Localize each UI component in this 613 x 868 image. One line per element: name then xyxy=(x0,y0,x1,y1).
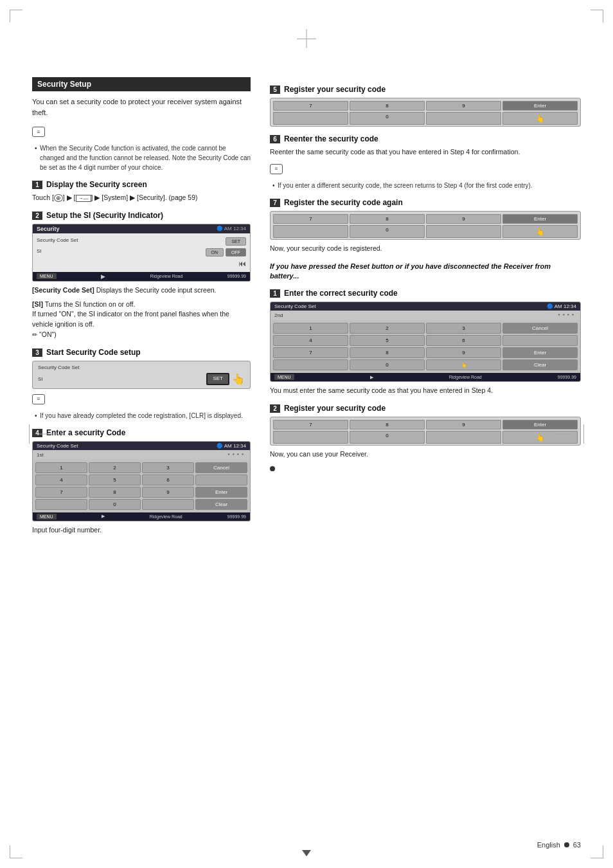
s7-key-7[interactable]: 7 xyxy=(273,214,348,224)
reset-road: Ridgeview Road xyxy=(449,375,482,379)
step4-entry: **** xyxy=(228,452,246,458)
step2-desc1-key: [Security Code Set] xyxy=(32,286,94,294)
note-bullet-3: If you have already completed the code r… xyxy=(35,411,251,420)
step2-screen-topbar: Security 🔵 AM 12:34 xyxy=(33,224,250,233)
page-number: 63 xyxy=(573,841,581,849)
note-bullet-1: When the Security Code function is activ… xyxy=(35,143,251,172)
reset-step2-header: 2 Register your security code xyxy=(270,404,581,413)
reset-tab: 2nd xyxy=(274,312,283,318)
step3-set-btn[interactable]: SET xyxy=(206,373,229,385)
step2-on-btn[interactable]: ON xyxy=(206,248,224,257)
s5-key-8[interactable]: 8 xyxy=(350,101,425,111)
s7-key-0[interactable]: 0 xyxy=(350,225,425,238)
reset-step1-keypad: Security Code Set 🔵 AM 12:34 2nd **** 1 … xyxy=(270,302,581,382)
rkey-1[interactable]: 1 xyxy=(273,323,348,334)
rs2-key-7[interactable]: 7 xyxy=(273,420,348,429)
reset-title-bar: 2nd **** xyxy=(271,311,580,320)
rkey-space1 xyxy=(502,335,578,346)
step7-content: Now, your security code is registered. xyxy=(270,244,581,254)
key-1[interactable]: 1 xyxy=(35,462,87,473)
key-space1 xyxy=(195,475,247,485)
rkey-enter[interactable]: Enter xyxy=(502,347,578,358)
note-icon-6: ≡ xyxy=(270,164,283,174)
reset-menu-btn[interactable]: MENU xyxy=(274,374,294,380)
key-7[interactable]: 7 xyxy=(35,487,87,498)
s5-key-enter[interactable]: Enter xyxy=(502,101,578,111)
s5-key-7[interactable]: 7 xyxy=(273,101,348,111)
s5-key-space xyxy=(273,112,348,125)
s5-key-9[interactable]: 9 xyxy=(426,101,501,111)
step1-num: 1 xyxy=(32,181,42,189)
reset-step2-grid: 7 8 9 Enter 0 👆 xyxy=(271,417,580,445)
key-space2 xyxy=(35,499,87,510)
step2-screen-time: 🔵 AM 12:34 xyxy=(217,226,246,231)
note-block-3: If you have already completed the code r… xyxy=(32,411,251,420)
s5-touch: 👆 xyxy=(502,112,578,125)
rs2-key-9[interactable]: 9 xyxy=(426,420,501,429)
step4-menu-btn[interactable]: MENU xyxy=(37,514,57,520)
key-6[interactable]: 6 xyxy=(142,475,194,485)
step2-set-btn[interactable]: SET xyxy=(226,237,246,246)
rkey-5[interactable]: 5 xyxy=(350,335,425,346)
rs2-key-0[interactable]: 0 xyxy=(350,431,425,444)
step5-num: 5 xyxy=(270,86,280,94)
section-header: Security Setup xyxy=(32,77,251,91)
step4-tab: 1st xyxy=(37,452,44,458)
rs2-key-enter[interactable]: Enter xyxy=(502,420,578,429)
rkey-cancel[interactable]: Cancel xyxy=(502,323,578,334)
s5-key-space2 xyxy=(426,112,501,125)
rkey-6[interactable]: 6 xyxy=(426,335,501,346)
rkey-clear[interactable]: Clear xyxy=(502,359,578,370)
key-4[interactable]: 4 xyxy=(35,475,87,485)
note-block-1: When the Security Code function is activ… xyxy=(32,143,251,172)
step2-off-btn[interactable]: OFF xyxy=(226,248,246,257)
key-clear[interactable]: Clear xyxy=(195,499,247,510)
reset-mileage: 99999.99 xyxy=(558,375,576,379)
rkey-9[interactable]: 9 xyxy=(426,347,501,358)
key-0[interactable]: 0 xyxy=(89,499,141,510)
step4-road: Ridgeview Road xyxy=(150,514,182,519)
step6-header: 6 Reenter the security code xyxy=(270,134,581,143)
step2-menu-btn[interactable]: MENU xyxy=(37,273,57,279)
key-9[interactable]: 9 xyxy=(142,487,194,498)
step7-header: 7 Register the security code again xyxy=(270,198,581,207)
rkey-7[interactable]: 7 xyxy=(273,347,348,358)
key-5[interactable]: 5 xyxy=(89,475,141,485)
rkey-2[interactable]: 2 xyxy=(350,323,425,334)
rkey-4[interactable]: 4 xyxy=(273,335,348,346)
crosshair-top-v xyxy=(306,29,307,48)
reset-step1-header: 1 Enter the correct security code xyxy=(270,289,581,298)
step6-title: Reenter the security code xyxy=(284,134,378,143)
crosshair-right-v xyxy=(583,424,584,444)
step5-header: 5 Register your security code xyxy=(270,85,581,94)
s7-key-enter[interactable]: Enter xyxy=(502,214,578,224)
rkey-8[interactable]: 8 xyxy=(350,347,425,358)
step2-desc2-key: [SI] xyxy=(32,300,43,308)
key-8[interactable]: 8 xyxy=(89,487,141,498)
s7-key-8[interactable]: 8 xyxy=(350,214,425,224)
key-3[interactable]: 3 xyxy=(142,462,194,473)
step4-keypad-footer: MENU ▶ Ridgeview Road 99999.99 xyxy=(33,512,250,521)
step4-header: 4 Enter a security Code xyxy=(32,428,251,437)
rkey-0[interactable]: 0 xyxy=(350,359,425,370)
key-cancel[interactable]: Cancel xyxy=(195,462,247,473)
step1-title: Display the Security screen xyxy=(46,180,147,189)
step7-grid: 7 8 9 Enter 0 👆 xyxy=(271,212,580,239)
step1-content: Touch [⊕] ▶ [→—] ▶ [System] ▶ [Security]… xyxy=(32,193,251,203)
s5-key-0[interactable]: 0 xyxy=(350,112,425,125)
intro-text: You can set a security code to protect y… xyxy=(32,96,251,118)
key-enter[interactable]: Enter xyxy=(195,487,247,498)
reset-step2-title: Register your security code xyxy=(284,404,386,413)
key-2[interactable]: 2 xyxy=(89,462,141,473)
rs2-key-8[interactable]: 8 xyxy=(350,420,425,429)
step3-header: 3 Start Security Code setup xyxy=(32,348,251,357)
reset-keypad-title: Security Code Set xyxy=(274,303,315,309)
s7-key-9[interactable]: 9 xyxy=(426,214,501,224)
step4-num: 4 xyxy=(32,429,42,437)
rkey-3[interactable]: 3 xyxy=(426,323,501,334)
reset-step1-content: You must enter the same security code as… xyxy=(270,386,581,396)
bullet-point xyxy=(270,466,275,471)
note-block-6: If you enter a different security code, … xyxy=(270,181,581,190)
step2-screen-body: Security Code Set SET SI ON OFF ⏮ xyxy=(33,233,250,272)
crosshair-left-v xyxy=(29,424,30,444)
